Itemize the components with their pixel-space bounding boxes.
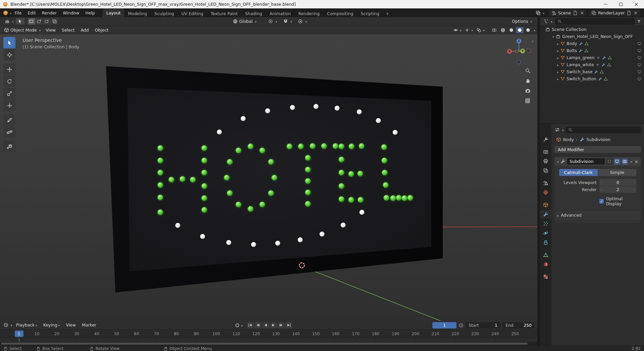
box-select-tool[interactable]: [3, 37, 15, 48]
menu-file[interactable]: File: [12, 8, 25, 17]
filter-icon[interactable]: [637, 19, 641, 24]
auto-keying-button[interactable]: [235, 323, 239, 327]
gizmo-z-neg-axis[interactable]: [517, 60, 521, 64]
properties-tab-view-layer[interactable]: [540, 166, 551, 175]
viewport-menu-select[interactable]: Select: [59, 26, 78, 34]
new-view-layer-icon[interactable]: [626, 10, 631, 15]
render-visibility-icon[interactable]: [637, 49, 641, 53]
current-frame-marker[interactable]: 1: [15, 331, 23, 337]
outliner-row-switch_base[interactable]: Switch_base: [540, 68, 644, 75]
menu-edit[interactable]: Edit: [24, 8, 39, 17]
display-mode-dropdown[interactable]: [534, 10, 547, 16]
shading-options-chevron-icon[interactable]: [533, 28, 535, 33]
new-scene-icon[interactable]: [573, 10, 578, 15]
properties-tab-world[interactable]: [540, 188, 551, 197]
timeline-scrollbar[interactable]: [0, 342, 537, 345]
outliner-row-body[interactable]: Body: [540, 40, 644, 47]
current-frame-field[interactable]: 1: [432, 322, 457, 328]
annotate-tool[interactable]: [3, 114, 15, 126]
collapse-arrow-icon[interactable]: [557, 159, 559, 164]
remove-view-layer-icon[interactable]: [634, 10, 638, 15]
play-reverse-button[interactable]: [262, 322, 269, 328]
levels-viewport-field[interactable]: 0: [599, 179, 636, 186]
workspace-tab-texture-paint[interactable]: Texture Paint: [207, 10, 241, 17]
shading-solid-button[interactable]: [507, 27, 515, 33]
select-mode-subtract[interactable]: [43, 18, 51, 25]
gizmo-x-neg-axis[interactable]: [526, 49, 531, 53]
expand-arrow-icon[interactable]: [555, 41, 560, 46]
viewport-menu-add[interactable]: Add: [78, 26, 92, 34]
outliner-row-bolts[interactable]: Bolts: [540, 47, 644, 54]
properties-tab-texture[interactable]: [540, 272, 551, 281]
workspace-tab-modeling[interactable]: Modeling: [124, 10, 151, 17]
properties-tab-tool[interactable]: [540, 135, 551, 144]
expand-arrow-icon[interactable]: [555, 69, 560, 74]
transform-tool[interactable]: [3, 100, 15, 111]
breadcrumb-modifier[interactable]: Subdivision: [587, 137, 611, 142]
snap-dropdown[interactable]: [281, 18, 294, 25]
shading-material-button[interactable]: [516, 27, 524, 33]
gizmo-y-axis[interactable]: Y: [520, 49, 525, 53]
timeline-menu-keying[interactable]: Keying: [40, 321, 63, 330]
outliner-row-lamps_green[interactable]: Lamps_green: [540, 54, 644, 61]
jump-to-start-button[interactable]: [247, 322, 254, 328]
subdivision-type-catmull-clark[interactable]: Catmull-Clark: [559, 169, 598, 176]
jump-to-end-button[interactable]: [285, 322, 292, 328]
mode-dropdown[interactable]: Object Mode: [2, 27, 43, 33]
proportional-edit-dropdown[interactable]: [296, 18, 309, 25]
navigation-gizmo[interactable]: Z X Y: [503, 35, 535, 67]
workspace-tab-sculpting[interactable]: Sculpting: [151, 10, 177, 17]
expand-arrow-icon[interactable]: [555, 55, 560, 60]
outliner-row-lamps_white[interactable]: Lamps_white: [540, 61, 644, 68]
view-layer-selector[interactable]: RenderLayer: [589, 9, 640, 16]
advanced-section[interactable]: Advanced: [554, 210, 641, 220]
render-visibility-icon[interactable]: [637, 77, 641, 81]
render-visibility-icon[interactable]: [637, 63, 641, 67]
3d-viewport[interactable]: User Perspective (1) Scene Collection | …: [0, 34, 537, 321]
properties-tab-physics[interactable]: [540, 229, 551, 237]
start-frame-field[interactable]: Start1: [466, 322, 500, 328]
expand-arrow-icon[interactable]: [555, 62, 560, 67]
workspace-tab-shading[interactable]: Shading: [241, 10, 266, 17]
properties-tab-object[interactable]: [540, 201, 551, 209]
outliner-search-input[interactable]: [555, 18, 635, 25]
breadcrumb-object[interactable]: Body: [563, 137, 574, 142]
jump-to-prev-keyframe-button[interactable]: [255, 322, 262, 328]
pan-button[interactable]: [523, 77, 532, 85]
optimal-display-checkbox[interactable]: [599, 199, 604, 204]
render-visibility-icon[interactable]: [637, 42, 641, 46]
collapse-arrow-icon[interactable]: [551, 34, 556, 39]
properties-tab-output[interactable]: [540, 157, 551, 166]
end-frame-field[interactable]: End250: [502, 322, 535, 328]
add-cube-tool[interactable]: [3, 141, 15, 152]
pivot-dropdown[interactable]: [266, 18, 279, 25]
workspace-tab-scripting[interactable]: Scripting: [357, 10, 383, 17]
render-display-toggle[interactable]: [622, 159, 628, 165]
timeline-editor-dropdown[interactable]: [3, 322, 13, 328]
timeline-track-area[interactable]: [0, 338, 537, 342]
minimize-button[interactable]: [598, 0, 613, 8]
expand-arrow-icon[interactable]: [555, 48, 560, 53]
select-mode-extend[interactable]: [36, 18, 43, 25]
camera-view-button[interactable]: [523, 87, 532, 95]
outliner-row-collection[interactable]: Green_Hotel_LED_Neon_Sign_OFF: [540, 33, 644, 40]
add-workspace-button[interactable]: +: [383, 10, 392, 17]
blender-menu-icon[interactable]: [3, 10, 8, 16]
properties-tab-scene[interactable]: [540, 179, 551, 187]
scale-tool[interactable]: [3, 88, 15, 99]
render-field[interactable]: 2: [599, 186, 636, 193]
active-tool-button[interactable]: [16, 18, 24, 25]
add-modifier-button[interactable]: Add Modifier: [554, 146, 641, 153]
timeline-ruler[interactable]: 1020304050607080901001101201301401501601…: [0, 330, 537, 338]
outliner-row-scene-collection[interactable]: Scene Collection: [540, 26, 644, 33]
orientation-dropdown[interactable]: Global: [231, 18, 258, 25]
keying-chevron-icon[interactable]: [240, 323, 243, 328]
subdivision-type-simple[interactable]: Simple: [598, 169, 637, 176]
rotate-tool[interactable]: [3, 76, 15, 87]
zoom-button[interactable]: [523, 67, 532, 75]
optimal-display-row[interactable]: Optimal Display: [599, 196, 636, 206]
object-visibility-dropdown[interactable]: [452, 27, 463, 33]
properties-tab-particles[interactable]: [540, 219, 551, 228]
scene-selector[interactable]: Scene: [549, 9, 586, 16]
select-mode-intersect[interactable]: [51, 18, 58, 25]
